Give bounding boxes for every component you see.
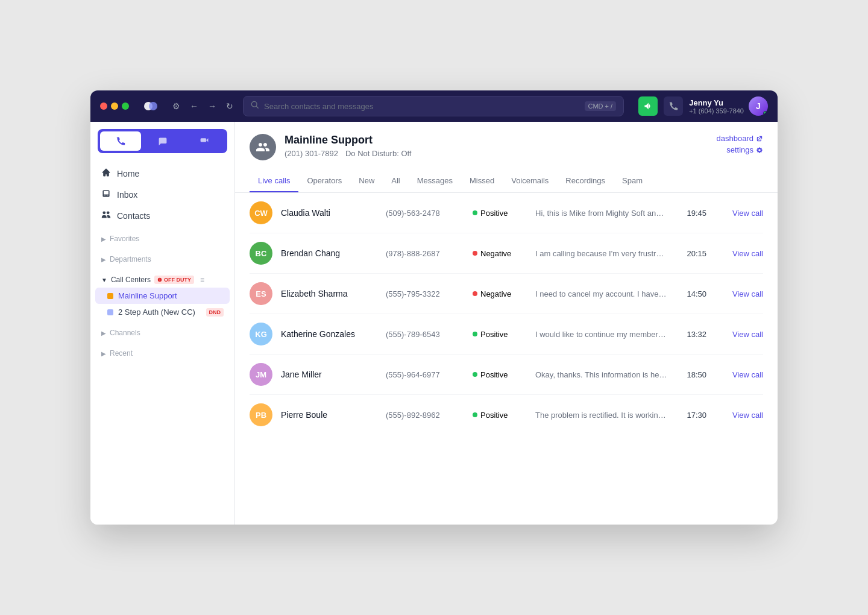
call-row: KG Katherine Gonzales (555)-789-6543 Pos…	[250, 314, 763, 355]
sidebar-nav: Home Inbox Contacts	[90, 163, 234, 226]
sentiment-dot	[473, 372, 477, 377]
user-info: Jenny Yu +1 (604) 359-7840 J	[689, 96, 768, 116]
call-centers-menu-icon: ≡	[200, 276, 204, 284]
view-call-button[interactable]: View call	[715, 370, 763, 379]
view-call-button[interactable]: View call	[715, 330, 763, 339]
call-centers-arrow: ▼	[101, 277, 107, 283]
cmd-badge: CMD + /	[585, 101, 617, 111]
call-row: BC Brendan Chang (978)-888-2687 Negative…	[250, 233, 763, 274]
settings-link[interactable]: settings	[726, 145, 763, 154]
caller-name: Katherine Gonzales	[281, 329, 377, 339]
sidebar-item-home[interactable]: Home	[95, 163, 230, 184]
channel-avatar	[250, 134, 276, 160]
tab-messages[interactable]: Messages	[409, 170, 461, 192]
channel-dnd: Do Not Disturb: Off	[345, 149, 412, 158]
panel-header: Mainline Support (201) 301-7892 Do Not D…	[235, 122, 778, 193]
call-preview: Okay, thanks. This information is helpfu…	[535, 370, 668, 379]
sidebar-item-contacts-label: Contacts	[117, 211, 150, 221]
dashboard-link[interactable]: dashboard	[717, 134, 763, 143]
channel-info: Mainline Support (201) 301-7892 Do Not D…	[285, 134, 411, 158]
tab-chat[interactable]	[142, 131, 183, 151]
channels-header[interactable]: ▶ Channels	[95, 325, 230, 341]
search-bar[interactable]: CMD + /	[243, 96, 624, 116]
tab-voicemails[interactable]: Voicemails	[503, 170, 557, 192]
departments-arrow: ▶	[101, 256, 106, 263]
tab-recordings[interactable]: Recordings	[557, 170, 614, 192]
caller-avatar: BC	[250, 242, 272, 265]
tab-all[interactable]: All	[383, 170, 408, 192]
settings-button[interactable]: ⚙	[170, 99, 183, 113]
megaphone-button[interactable]	[638, 96, 658, 116]
departments-header[interactable]: ▶ Departments	[95, 251, 230, 267]
off-duty-badge: OFF DUTY	[154, 276, 194, 284]
sentiment-badge: Negative	[473, 249, 527, 258]
call-row: PB Pierre Boule (555)-892-8962 Positive …	[250, 395, 763, 435]
sentiment-dot	[473, 291, 477, 296]
search-input[interactable]	[264, 102, 580, 111]
tab-operators[interactable]: Operators	[298, 170, 350, 192]
recent-header[interactable]: ▶ Recent	[95, 345, 230, 361]
tabs-bar: Live calls Operators New All Messages Mi…	[250, 170, 763, 192]
call-preview: I am calling because I'm very frustrated…	[535, 249, 668, 258]
caller-phone: (555)-789-6543	[386, 330, 464, 339]
favorites-arrow: ▶	[101, 236, 106, 242]
channels-arrow: ▶	[101, 330, 106, 336]
back-button[interactable]: ←	[187, 99, 201, 113]
sentiment-label: Positive	[480, 330, 508, 339]
call-duration: 20:15	[676, 249, 706, 258]
caller-name: Brendan Chang	[281, 248, 377, 258]
caller-phone: (978)-888-2687	[386, 249, 464, 258]
favorites-header[interactable]: ▶ Favorites	[95, 231, 230, 247]
sidebar: Home Inbox Contacts ▶	[90, 122, 235, 525]
sentiment-badge: Positive	[473, 411, 527, 420]
section-favorites: ▶ Favorites	[90, 231, 234, 247]
online-indicator	[763, 111, 768, 116]
traffic-light-fullscreen[interactable]	[122, 102, 129, 110]
sentiment-badge: Positive	[473, 370, 527, 379]
tab-phone[interactable]	[100, 131, 141, 151]
header-actions: dashboard settings	[717, 134, 763, 154]
channel-meta: (201) 301-7892 Do Not Disturb: Off	[285, 149, 411, 158]
2step-dot	[107, 309, 113, 315]
phone-button[interactable]	[664, 96, 683, 116]
caller-phone: (555)-892-8962	[386, 411, 464, 420]
traffic-light-close[interactable]	[100, 102, 107, 110]
sentiment-badge: Positive	[473, 209, 527, 218]
search-icon	[251, 101, 259, 112]
view-call-button[interactable]: View call	[715, 289, 763, 298]
section-recent: ▶ Recent	[90, 345, 234, 361]
tab-new[interactable]: New	[350, 170, 383, 192]
call-preview: I would like to continue my membership..…	[535, 330, 668, 339]
avatar: J	[749, 96, 768, 116]
traffic-light-minimize[interactable]	[111, 102, 118, 110]
tab-live-calls[interactable]: Live calls	[250, 170, 298, 192]
view-call-button[interactable]: View call	[715, 209, 763, 218]
sentiment-label: Negative	[480, 289, 511, 298]
home-icon	[101, 168, 111, 179]
call-list: CW Claudia Walti (509)-563-2478 Positive…	[235, 193, 778, 525]
section-departments: ▶ Departments	[90, 251, 234, 267]
app-window: ⚙ ← → ↻ CMD + /	[90, 90, 778, 525]
caller-name: Claudia Walti	[281, 208, 377, 218]
sentiment-label: Positive	[480, 411, 508, 420]
sidebar-item-inbox[interactable]: Inbox	[95, 184, 230, 205]
sidebar-item-contacts[interactable]: Contacts	[95, 205, 230, 226]
call-duration: 19:45	[676, 209, 706, 218]
call-center-2step[interactable]: 2 Step Auth (New CC) DND	[95, 304, 230, 320]
nav-controls: ⚙ ← → ↻	[170, 99, 236, 113]
call-duration: 14:50	[676, 289, 706, 298]
sentiment-label: Positive	[480, 209, 508, 218]
tab-spam[interactable]: Spam	[614, 170, 651, 192]
refresh-button[interactable]: ↻	[224, 99, 236, 113]
main-panel: Mainline Support (201) 301-7892 Do Not D…	[235, 122, 778, 525]
sidebar-item-inbox-label: Inbox	[117, 190, 137, 200]
call-center-mainline[interactable]: Mainline Support	[95, 288, 230, 304]
call-centers-header[interactable]: ▼ Call Centers OFF DUTY ≡	[95, 272, 230, 288]
forward-button[interactable]: →	[206, 99, 219, 113]
view-call-button[interactable]: View call	[715, 249, 763, 258]
caller-avatar: KG	[250, 323, 272, 345]
caller-name: Pierre Boule	[281, 410, 377, 420]
tab-video[interactable]	[184, 131, 225, 151]
view-call-button[interactable]: View call	[715, 411, 763, 420]
tab-missed[interactable]: Missed	[461, 170, 503, 192]
